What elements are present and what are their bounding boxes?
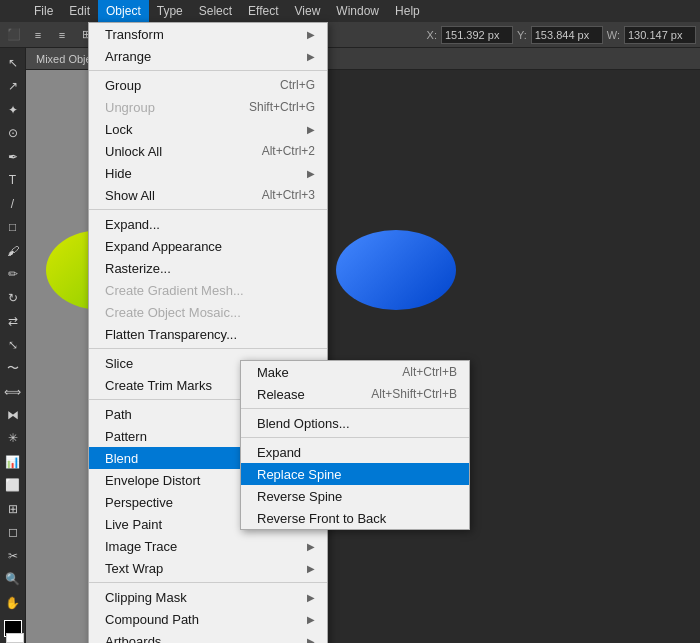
menu-item-lock[interactable]: Lock ▶ [89,118,327,140]
menu-item-text-wrap[interactable]: Text Wrap ▶ [89,557,327,579]
menu-effect[interactable]: Effect [240,0,286,22]
tool-scale[interactable]: ⤡ [2,334,24,355]
menu-view[interactable]: View [287,0,329,22]
menu-file[interactable]: File [26,0,61,22]
menu-type[interactable]: Type [149,0,191,22]
menu-item-create-gradient-mesh[interactable]: Create Gradient Mesh... [89,279,327,301]
menu-item-image-trace-arrow: ▶ [307,541,315,552]
menu-item-group-shortcut: Ctrl+G [280,78,315,92]
tool-select[interactable]: ↖ [2,52,24,73]
tool-reflect[interactable]: ⇄ [2,310,24,331]
submenu-item-expand[interactable]: Expand [241,441,469,463]
menu-item-transform-arrow: ▶ [307,29,315,40]
menu-edit[interactable]: Edit [61,0,98,22]
menu-item-ungroup[interactable]: Ungroup Shift+Ctrl+G [89,96,327,118]
tool-slice[interactable]: ⊞ [2,498,24,519]
tool-lasso[interactable]: ⊙ [2,122,24,143]
blend-submenu: Make Alt+Ctrl+B Release Alt+Shift+Ctrl+B… [240,360,470,530]
tool-pen[interactable]: ✒ [2,146,24,167]
menu-item-live-paint-label: Live Paint [105,517,162,532]
menu-item-artboards[interactable]: Artboards ▶ [89,630,327,643]
menu-item-arrange-arrow: ▶ [307,51,315,62]
tools-sidebar: ↖ ↗ ✦ ⊙ ✒ T / □ 🖌 ✏ ↻ ⇄ ⤡ 〜 ⟺ ⧓ ✳ 📊 ⬜ ⊞ … [0,48,26,643]
canvas-dark-area [286,70,700,643]
tool-line[interactable]: / [2,193,24,214]
tool-rotate[interactable]: ↻ [2,287,24,308]
toolbar-icon-2[interactable]: ≡ [28,25,48,45]
menu-item-lock-label: Lock [105,122,132,137]
tool-column-graph[interactable]: 📊 [2,451,24,472]
menu-item-image-trace[interactable]: Image Trace ▶ [89,535,327,557]
menu-item-hide-label: Hide [105,166,132,181]
tool-warp[interactable]: 〜 [2,357,24,378]
menu-item-artboards-arrow: ▶ [307,636,315,644]
menu-item-hide-arrow: ▶ [307,168,315,179]
menu-item-expand[interactable]: Expand... [89,213,327,235]
toolbar-icon-1[interactable]: ⬛ [4,25,24,45]
tool-width[interactable]: ⟺ [2,381,24,402]
submenu-item-expand-label: Expand [257,445,301,460]
menu-select[interactable]: Select [191,0,240,22]
menu-item-create-object-mosaic[interactable]: Create Object Mosaic... [89,301,327,323]
w-label: W: [607,29,620,41]
menu-item-flatten-transparency[interactable]: Flatten Transparency... [89,323,327,345]
menu-object[interactable]: Object [98,0,149,22]
toolbar-icon-3[interactable]: ≡ [52,25,72,45]
tool-blend[interactable]: ⧓ [2,404,24,425]
tool-symbol-spray[interactable]: ✳ [2,428,24,449]
menu-bar: File Edit Object Type Select Effect View… [0,0,700,22]
menu-item-perspective-label: Perspective [105,495,173,510]
menu-item-hide[interactable]: Hide ▶ [89,162,327,184]
tool-scissors[interactable]: ✂ [2,545,24,566]
submenu-item-replace-spine-label: Replace Spine [257,467,342,482]
submenu-item-make-label: Make [257,365,289,380]
menu-item-group[interactable]: Group Ctrl+G [89,74,327,96]
tool-pencil[interactable]: ✏ [2,263,24,284]
menu-item-clipping-mask-label: Clipping Mask [105,590,187,605]
submenu-item-replace-spine[interactable]: Replace Spine [241,463,469,485]
submenu-item-release[interactable]: Release Alt+Shift+Ctrl+B [241,383,469,405]
tool-eraser[interactable]: ◻ [2,522,24,543]
menu-help[interactable]: Help [387,0,428,22]
menu-item-show-all[interactable]: Show All Alt+Ctrl+3 [89,184,327,206]
tool-direct-select[interactable]: ↗ [2,75,24,96]
menu-item-rasterize[interactable]: Rasterize... [89,257,327,279]
w-input[interactable] [624,26,696,44]
submenu-item-reverse-front-to-back[interactable]: Reverse Front to Back [241,507,469,529]
menu-item-clipping-mask[interactable]: Clipping Mask ▶ [89,586,327,608]
tool-magic-wand[interactable]: ✦ [2,99,24,120]
separator-5 [89,582,327,583]
menu-window[interactable]: Window [328,0,387,22]
submenu-item-blend-options[interactable]: Blend Options... [241,412,469,434]
menu-item-compound-path-label: Compound Path [105,612,199,627]
tool-paintbrush[interactable]: 🖌 [2,240,24,261]
tool-hand[interactable]: ✋ [2,592,24,613]
tool-rect[interactable]: □ [2,216,24,237]
y-input[interactable] [531,26,603,44]
tool-zoom[interactable]: 🔍 [2,569,24,590]
submenu-item-make[interactable]: Make Alt+Ctrl+B [241,361,469,383]
menu-item-unlock-all[interactable]: Unlock All Alt+Ctrl+2 [89,140,327,162]
x-input[interactable] [441,26,513,44]
separator-1 [89,70,327,71]
submenu-item-release-label: Release [257,387,305,402]
sub-separator-1 [241,408,469,409]
menu-item-compound-path[interactable]: Compound Path ▶ [89,608,327,630]
menu-item-text-wrap-arrow: ▶ [307,563,315,574]
submenu-item-reverse-spine[interactable]: Reverse Spine [241,485,469,507]
menu-item-expand-appearance[interactable]: Expand Appearance [89,235,327,257]
submenu-item-blend-options-label: Blend Options... [257,416,350,431]
submenu-item-make-shortcut: Alt+Ctrl+B [402,365,457,379]
menu-item-group-label: Group [105,78,141,93]
tool-type[interactable]: T [2,169,24,190]
submenu-item-release-shortcut: Alt+Shift+Ctrl+B [371,387,457,401]
x-label: X: [427,29,437,41]
separator-3 [89,348,327,349]
menu-item-blend-label: Blend [105,451,138,466]
menu-item-pattern-label: Pattern [105,429,147,444]
menu-item-transform[interactable]: Transform ▶ [89,23,327,45]
tool-artboard[interactable]: ⬜ [2,475,24,496]
blob-right [336,230,456,310]
stroke-color[interactable] [6,633,24,643]
menu-item-arrange[interactable]: Arrange ▶ [89,45,327,67]
